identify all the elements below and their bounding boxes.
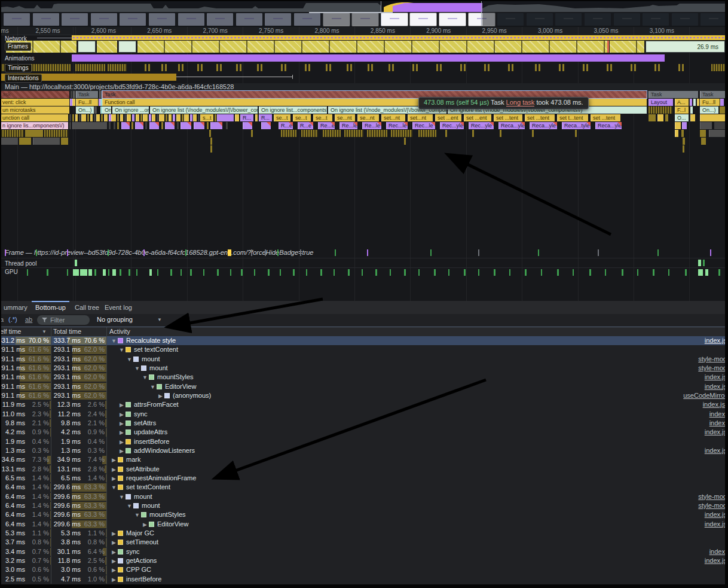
source-link[interactable]: index.js [705, 556, 727, 565]
flame-filler-block[interactable] [235, 114, 239, 121]
source-link[interactable]: useCodeMirror [683, 391, 727, 400]
expand-triangle-closed[interactable]: ▶ [118, 410, 126, 419]
flame-block[interactable]: set...nt [381, 114, 405, 121]
flame-filler-block[interactable] [445, 130, 447, 137]
flame-filler-block[interactable] [649, 114, 656, 121]
flame-filler-block[interactable] [81, 114, 86, 121]
table-row[interactable]: 6.4 ms 1.4 %299.6 ms 63.3 %▼mountstyle-m… [0, 492, 728, 501]
flame-filler-block[interactable] [209, 130, 211, 137]
table-row[interactable]: 2.5 ms 0.5 %4.7 ms 1.0 %▶insertBefore [0, 575, 728, 584]
expand-triangle-open[interactable]: ▼ [118, 346, 126, 355]
expand-triangle-open[interactable]: ▼ [133, 511, 141, 520]
flame-filler-block[interactable] [104, 114, 108, 121]
tab-bottom-up[interactable]: Bottom-up [32, 301, 69, 314]
expand-triangle-closed[interactable]: ▶ [157, 392, 164, 401]
flame-block[interactable]: R... [240, 114, 253, 121]
expand-triangle-open[interactable]: ▼ [141, 373, 149, 382]
flame-filler-block[interactable] [166, 114, 167, 121]
flame-filler-block[interactable] [344, 130, 363, 137]
flame-filler-block[interactable] [69, 122, 71, 129]
flame-filler-block[interactable] [681, 130, 684, 137]
flame-filler-block[interactable] [693, 99, 696, 106]
table-row[interactable]: 6.5 ms 1.4 %6.5 ms 1.4 %▶requestAnimatio… [0, 474, 728, 483]
flame-block[interactable]: O... [675, 114, 689, 121]
frame-block[interactable] [97, 41, 117, 53]
source-link[interactable]: style-mod [698, 501, 727, 510]
table-row[interactable]: 13.1 ms 2.8 %13.1 ms 2.8 %▶setAttribute [0, 465, 728, 474]
flame-filler-block[interactable] [418, 130, 436, 137]
flame-filler-block[interactable] [173, 114, 175, 121]
expand-triangle-closed[interactable]: ▶ [118, 419, 126, 428]
flame-filler-block[interactable] [261, 122, 271, 129]
flame-filler-block[interactable] [190, 114, 192, 121]
flame-block[interactable]: s...t [200, 114, 213, 121]
flame-filler-block[interactable] [87, 114, 89, 121]
flame-block[interactable]: R... [259, 114, 272, 121]
table-row[interactable]: 291.1 ms 61.6 %293.1 ms 62.0 %▼set textC… [0, 345, 728, 354]
table-row[interactable]: 3.4 ms 0.7 %30.1 ms 6.4 %▶syncindex. [0, 547, 728, 556]
flame-filler-block[interactable] [404, 138, 406, 145]
flame-filler-block[interactable] [99, 91, 102, 98]
flame-filler-block[interactable] [251, 130, 253, 137]
idle-frame-block[interactable] [78, 41, 96, 53]
flame-block[interactable]: On...) [76, 106, 94, 114]
flame-filler-block[interactable] [720, 99, 724, 106]
flame-filler-block[interactable] [165, 122, 175, 129]
flame-filler-block[interactable] [181, 122, 191, 129]
source-link[interactable]: index.js [705, 510, 727, 519]
flame-filler-block[interactable] [149, 114, 151, 121]
flame-filler-block[interactable] [117, 114, 119, 121]
expand-triangle-open[interactable]: ▼ [110, 337, 118, 346]
table-row[interactable]: 1.3 ms 0.3 %1.3 ms 0.3 %▶addWindowListen… [0, 446, 728, 455]
window-handle-right[interactable] [481, 0, 482, 26]
flame-filler-block[interactable] [71, 91, 72, 98]
flame-filler-block[interactable] [226, 122, 228, 129]
expand-triangle-closed[interactable]: ▶ [110, 456, 118, 465]
flame-filler-block[interactable] [255, 114, 258, 121]
expand-triangle-closed[interactable]: ▶ [118, 401, 126, 410]
table-row[interactable]: 5.3 ms 1.1 %5.3 ms 1.1 %▶Major GC [0, 529, 728, 538]
source-link[interactable]: style-mod [698, 355, 727, 364]
flame-filler-block[interactable] [79, 114, 81, 121]
table-row[interactable]: 6.4 ms 1.4 %299.6 ms 63.3 %▼mountstyle-m… [0, 501, 728, 510]
flame-filler-block[interactable] [145, 122, 147, 129]
flame-filler-block[interactable] [19, 138, 31, 145]
flame-block[interactable]: Rec...le [386, 122, 408, 129]
frame-duration-badge[interactable]: 26.9 ms [646, 41, 725, 53]
flame-block[interactable]: set t...tent [557, 114, 588, 121]
flame-block[interactable]: R...e [279, 122, 293, 129]
flame-filler-block[interactable] [44, 130, 68, 137]
flame-filler-block[interactable] [176, 114, 181, 121]
table-row[interactable]: 4.2 ms 0.9 %4.2 ms 0.9 %▶updateAttrsinde… [0, 428, 728, 437]
table-row[interactable]: 6.4 ms 1.4 %299.6 ms 63.3 %▼set textCont… [0, 483, 728, 492]
source-link[interactable]: index.js [705, 428, 727, 437]
flame-filler-block[interactable] [683, 145, 684, 153]
flame-filler-block[interactable] [210, 122, 222, 129]
table-row[interactable]: 3.7 ms 0.8 %3.8 ms 0.8 %▶setTimeout [0, 538, 728, 547]
frame-track[interactable]: Frame — https://id-preview--bd53fd9d-728… [0, 248, 728, 257]
flame-filler-block[interactable] [136, 114, 139, 121]
expand-triangle-closed[interactable]: ▶ [110, 557, 118, 566]
flame-filler-block[interactable] [72, 114, 74, 121]
flame-filler-block[interactable] [121, 122, 130, 129]
flame-filler-block[interactable] [649, 106, 672, 114]
flame-block[interactable]: R...e [298, 122, 313, 129]
flame-block[interactable]: On ignore ...onents\/) [112, 106, 149, 114]
flame-block[interactable]: Reca...yle [530, 122, 557, 129]
source-link[interactable]: index. [709, 547, 727, 556]
table-row[interactable]: 3.0 ms 0.6 %3.0 ms 0.6 %▶CPP GC [0, 565, 728, 574]
expand-triangle-open[interactable]: ▼ [133, 364, 141, 373]
table-row[interactable]: 6.4 ms 1.4 %299.6 ms 63.3 %▼mountStylesi… [0, 510, 728, 519]
filmstrip-thumbnail[interactable] [439, 13, 466, 26]
flame-filler-block[interactable] [207, 122, 209, 129]
table-row[interactable]: 291.1 ms 61.6 %293.1 ms 62.0 %▼mountstyl… [0, 355, 728, 364]
thread-pool-track[interactable]: Thread pool [0, 258, 728, 267]
flame-filler-block[interactable] [532, 130, 534, 137]
flame-filler-block[interactable] [690, 106, 693, 114]
source-link[interactable]: index.js [705, 446, 727, 455]
source-link[interactable]: index.js: [703, 400, 727, 409]
expand-triangle-closed[interactable]: ▶ [118, 447, 126, 456]
flame-filler-block[interactable] [96, 114, 100, 121]
expand-triangle-closed[interactable]: ▶ [110, 566, 118, 575]
table-row[interactable]: 291.1 ms 61.6 %293.1 ms 62.0 %▼mountstyl… [0, 364, 728, 373]
